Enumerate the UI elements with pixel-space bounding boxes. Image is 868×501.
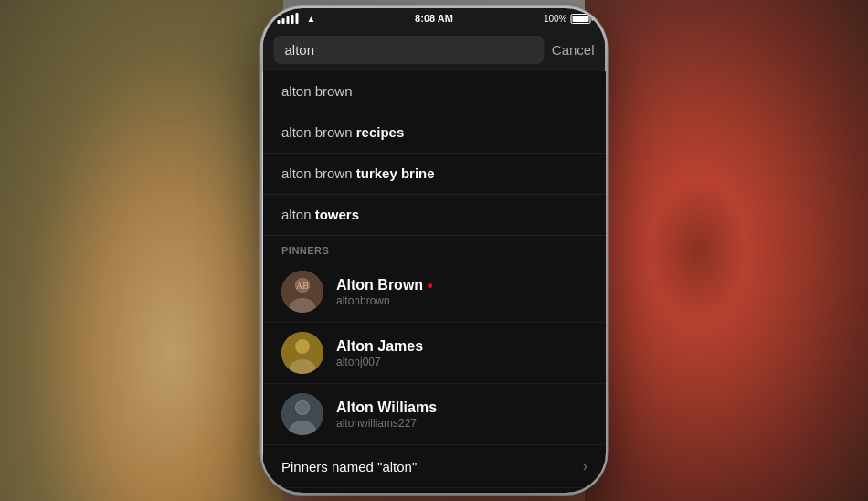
pinner-name-alton-james: Alton James <box>336 338 423 355</box>
avatar-alton-williams <box>281 393 323 435</box>
pinner-item-alton-james[interactable]: Alton James altonj007 <box>263 323 606 384</box>
pinner-item-alton-williams[interactable]: Alton Williams altonwilliams227 <box>263 384 606 445</box>
status-time: 8:08 AM <box>415 13 453 24</box>
svg-point-8 <box>296 340 309 353</box>
cancel-button[interactable]: Cancel <box>552 42 595 58</box>
suggestion-alton-brown[interactable]: alton brown <box>263 71 606 112</box>
search-input-container[interactable]: alton <box>274 36 545 64</box>
pinner-username-alton-brown: altonbrown <box>336 294 587 307</box>
pinner-info-alton-williams: Alton Williams altonwilliams227 <box>336 400 587 430</box>
avatar-alton-brown: AB <box>281 271 323 313</box>
pinner-info-alton-brown: Alton Brown ● altonbrown <box>336 277 587 307</box>
chevron-right-icon: › <box>582 458 587 474</box>
pinner-info-alton-james: Alton James altonj007 <box>336 338 587 368</box>
pinner-name-alton-brown: Alton Brown <box>336 277 423 293</box>
more-pinners-row[interactable]: Pinners named "alton" › <box>263 445 606 488</box>
verified-badge-alton-brown: ● <box>427 279 433 292</box>
svg-point-12 <box>296 401 309 414</box>
suggestion-alton-brown-turkey-brine[interactable]: alton brown turkey brine <box>263 154 606 195</box>
signal-icon <box>278 13 299 24</box>
avatar-svg-alton-james <box>281 332 323 374</box>
phone-frame: ▲ 8:08 AM 100% alton Cancel alton brown … <box>263 8 606 493</box>
battery-icon <box>571 14 591 24</box>
pinner-item-alton-brown[interactable]: AB Alton Brown ● altonbrown <box>263 261 606 323</box>
status-bar: ▲ 8:08 AM 100% <box>263 8 606 28</box>
status-left: ▲ <box>278 13 316 24</box>
avatar-alton-james <box>281 332 323 374</box>
status-right: 100% <box>544 14 591 24</box>
battery-fill <box>573 16 589 22</box>
more-pinners-label: Pinners named "alton" <box>281 459 417 474</box>
wifi-icon: ▲ <box>307 14 316 24</box>
background-right <box>585 0 868 501</box>
avatar-svg-alton-williams <box>281 393 323 435</box>
background-left <box>0 0 283 501</box>
avatar-svg-alton-brown: AB <box>281 271 323 313</box>
suggestion-alton-brown-recipes[interactable]: alton brown recipes <box>263 112 606 154</box>
pinner-name-alton-williams: Alton Williams <box>336 400 437 416</box>
search-bar: alton Cancel <box>263 28 606 71</box>
suggestion-alton-towers[interactable]: alton towers <box>263 195 606 236</box>
search-input[interactable]: alton <box>285 42 534 58</box>
battery-percent: 100% <box>544 14 567 24</box>
results-container[interactable]: alton brown alton brown recipes alton br… <box>263 71 606 493</box>
svg-text:AB: AB <box>296 281 309 291</box>
pinner-username-alton-james: altonj007 <box>336 356 587 368</box>
pinners-section-header: PINNERS <box>263 236 606 261</box>
pinner-username-alton-williams: altonwilliams227 <box>336 417 587 430</box>
boards-section-header: BOARDS <box>263 488 606 493</box>
